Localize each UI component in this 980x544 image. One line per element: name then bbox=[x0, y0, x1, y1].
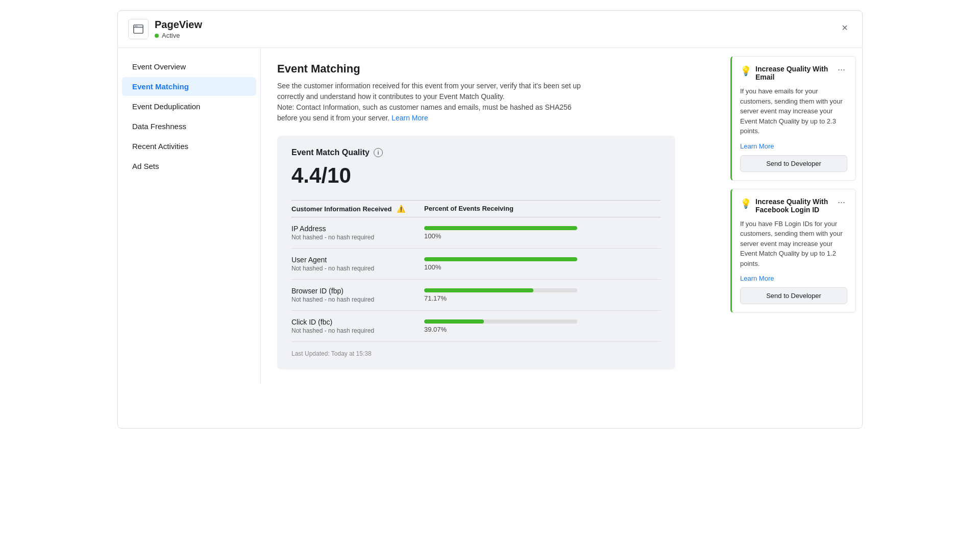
tip-body-fb-login: If you have FB Login IDs for your custom… bbox=[740, 219, 847, 269]
progress-bar-bg-ip bbox=[424, 226, 577, 230]
sidebar-item-event-overview[interactable]: Event Overview bbox=[122, 57, 256, 76]
more-button-fb-login[interactable]: ··· bbox=[836, 197, 847, 207]
title-info: PageView Active bbox=[155, 19, 202, 39]
desc-line4: before you send it from your server. bbox=[277, 114, 389, 122]
content-area: Event Overview Event Matching Event Dedu… bbox=[118, 48, 862, 384]
tip-header-left-email: 💡 Increase Quality With Email bbox=[740, 65, 836, 81]
quality-score: 4.4/10 bbox=[291, 163, 661, 188]
tip-body-email: If you have emails for your customers, s… bbox=[740, 86, 847, 136]
desc-line1: See the customer information received fo… bbox=[277, 82, 581, 90]
info-icon[interactable]: i bbox=[374, 148, 383, 157]
status-dot bbox=[155, 34, 159, 38]
sidebar-item-data-freshness[interactable]: Data Freshness bbox=[122, 117, 256, 136]
sidebar-item-event-deduplication[interactable]: Event Deduplication bbox=[122, 97, 256, 116]
window-title: PageView bbox=[155, 19, 202, 31]
sidebar: Event Overview Event Matching Event Dedu… bbox=[118, 48, 261, 384]
status-text: Active bbox=[162, 32, 180, 39]
progress-bar-bg-fbp bbox=[424, 288, 577, 292]
table-row: Click ID (fbc) Not hashed - no hash requ… bbox=[291, 311, 661, 342]
desc-line2: correctly and understand how it contribu… bbox=[277, 92, 505, 101]
tip-title-email: Increase Quality With Email bbox=[755, 65, 836, 81]
table-row: Browser ID (fbp) Not hashed - no hash re… bbox=[291, 280, 661, 311]
desc-line3: Note: Contact Information, such as custo… bbox=[277, 103, 572, 111]
more-button-email[interactable]: ··· bbox=[836, 65, 847, 74]
right-panel: 💡 Increase Quality With Email ··· If you… bbox=[724, 48, 862, 384]
window-icon bbox=[128, 19, 149, 39]
bulb-icon-email: 💡 bbox=[740, 65, 751, 77]
sidebar-item-ad-sets[interactable]: Ad Sets bbox=[122, 157, 256, 176]
warning-icon: ⚠️ bbox=[397, 205, 405, 213]
row-value-ip: 100% bbox=[424, 226, 661, 240]
row-value-useragent: 100% bbox=[424, 257, 661, 271]
table-row: IP Address Not hashed - no hash required… bbox=[291, 217, 661, 249]
progress-bar-bg-useragent bbox=[424, 257, 577, 261]
row-label-fbc: Click ID (fbc) Not hashed - no hash requ… bbox=[291, 318, 424, 334]
page-description: See the customer information received fo… bbox=[277, 81, 665, 123]
sidebar-item-event-matching[interactable]: Event Matching bbox=[122, 77, 256, 96]
main-content: Event Matching See the customer informat… bbox=[261, 48, 724, 384]
row-label-useragent: User Agent Not hashed - no hash required bbox=[291, 256, 424, 272]
progress-bar-fill-fbc bbox=[424, 319, 484, 324]
bulb-icon-fb-login: 💡 bbox=[740, 198, 751, 209]
quality-card: Event Match Quality i 4.4/10 Customer In… bbox=[277, 136, 675, 369]
progress-bar-fill-ip bbox=[424, 226, 577, 230]
table-row: User Agent Not hashed - no hash required… bbox=[291, 249, 661, 280]
tip-header-email: 💡 Increase Quality With Email ··· bbox=[740, 65, 847, 81]
tip-header-fb-login: 💡 Increase Quality With Facebook Login I… bbox=[740, 197, 847, 214]
close-button[interactable]: × bbox=[838, 20, 852, 36]
row-value-fbp: 71.17% bbox=[424, 288, 661, 302]
row-label-fbp: Browser ID (fbp) Not hashed - no hash re… bbox=[291, 287, 424, 303]
col2-header: Percent of Events Receiving bbox=[424, 205, 661, 213]
quality-header: Event Match Quality i bbox=[291, 148, 661, 157]
page-title: Event Matching bbox=[277, 62, 708, 76]
table-header: Customer Information Received ⚠️ Percent… bbox=[291, 200, 661, 217]
sidebar-item-recent-activities[interactable]: Recent Activities bbox=[122, 137, 256, 156]
send-to-developer-email[interactable]: Send to Developer bbox=[740, 155, 847, 172]
percent-fbp: 71.17% bbox=[424, 294, 661, 302]
col1-header: Customer Information Received ⚠️ bbox=[291, 205, 424, 213]
tip-title-fb-login: Increase Quality With Facebook Login ID bbox=[755, 197, 836, 214]
row-label-ip: IP Address Not hashed - no hash required bbox=[291, 225, 424, 241]
send-to-developer-fb-login[interactable]: Send to Developer bbox=[740, 287, 847, 304]
percent-fbc: 39.07% bbox=[424, 326, 661, 333]
title-bar: PageView Active × bbox=[118, 11, 862, 48]
percent-useragent: 100% bbox=[424, 263, 661, 271]
progress-bar-fill-useragent bbox=[424, 257, 577, 261]
learn-more-link[interactable]: Learn More bbox=[391, 114, 428, 122]
tip-card-fb-login: 💡 Increase Quality With Facebook Login I… bbox=[730, 189, 856, 313]
last-updated: Last Updated: Today at 15:38 bbox=[291, 350, 661, 357]
progress-bar-bg-fbc bbox=[424, 319, 577, 324]
percent-ip: 100% bbox=[424, 232, 661, 240]
learn-more-email[interactable]: Learn More bbox=[740, 142, 847, 150]
tip-card-email: 💡 Increase Quality With Email ··· If you… bbox=[730, 56, 856, 181]
quality-card-title: Event Match Quality bbox=[291, 148, 370, 157]
row-value-fbc: 39.07% bbox=[424, 319, 661, 333]
progress-bar-fill-fbp bbox=[424, 288, 533, 292]
main-window: PageView Active × Event Overview Event M… bbox=[117, 10, 863, 429]
status-row: Active bbox=[155, 32, 202, 39]
tip-header-left-fb-login: 💡 Increase Quality With Facebook Login I… bbox=[740, 197, 836, 214]
svg-rect-0 bbox=[134, 25, 143, 34]
learn-more-fb-login[interactable]: Learn More bbox=[740, 275, 847, 282]
